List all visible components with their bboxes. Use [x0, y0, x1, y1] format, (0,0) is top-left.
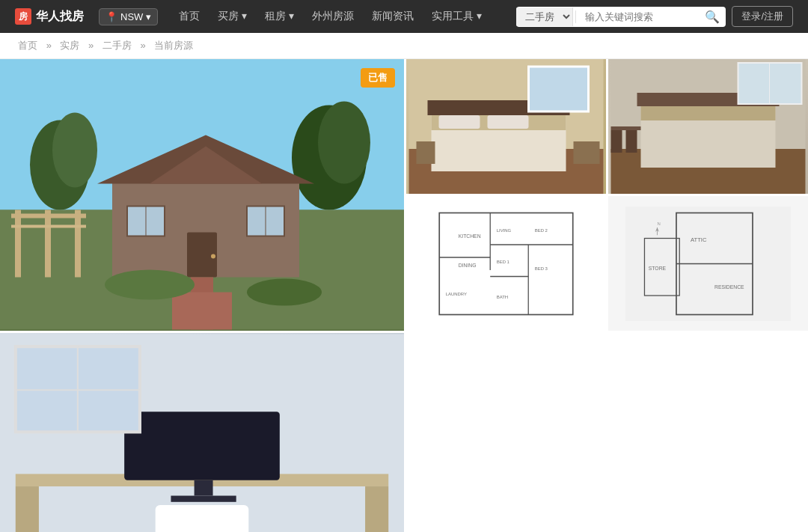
svg-rect-18: [11, 214, 86, 218]
svg-point-23: [247, 279, 322, 306]
svg-rect-76: [171, 495, 236, 501]
study-svg: [0, 333, 404, 532]
login-button[interactable]: 登录/注册: [732, 6, 793, 27]
breadcrumb-category[interactable]: 二手房: [102, 40, 132, 51]
svg-rect-28: [439, 115, 480, 129]
svg-rect-21: [172, 293, 232, 330]
location-pin-icon: 📍: [105, 11, 117, 22]
search-button[interactable]: 🔍: [699, 7, 726, 27]
svg-text:KITCHEN: KITCHEN: [459, 233, 481, 239]
nav-tools[interactable]: 实用工具 ▾: [423, 0, 491, 33]
breadcrumb-home[interactable]: 首页: [18, 40, 37, 51]
navbar: 房 华人找房 📍 NSW ▾ 首页 买房 ▾ 租房 ▾ 外州房源 新闻资讯 实用…: [0, 0, 808, 33]
nav-right: 二手房 │ 🔍 登录/注册: [516, 6, 793, 27]
gallery-floorplan-1[interactable]: KITCHEN DINING LIVING BED 1 BED 2 BED 3 …: [406, 196, 606, 331]
svg-rect-77: [156, 505, 249, 532]
nav-news[interactable]: 新闻资讯: [363, 0, 423, 33]
svg-text:DINING: DINING: [459, 262, 477, 267]
svg-rect-37: [641, 104, 776, 120]
svg-text:STORE: STORE: [649, 266, 667, 271]
search-box: 二手房 │ 🔍: [516, 7, 726, 27]
svg-rect-33: [417, 141, 435, 164]
svg-rect-73: [365, 486, 388, 532]
nav-rent[interactable]: 租房 ▾: [256, 0, 303, 33]
svg-text:BED 2: BED 2: [535, 228, 548, 233]
svg-text:N: N: [658, 221, 661, 226]
svg-rect-41: [611, 126, 641, 130]
house-exterior: [0, 59, 404, 331]
divider-line: │: [573, 10, 580, 22]
breadcrumb: 首页 » 实房 » 二手房 » 当前房源: [0, 33, 808, 59]
breadcrumb-secondhand[interactable]: 实房: [60, 40, 79, 51]
svg-rect-15: [15, 210, 21, 278]
svg-text:RESIDENCE: RESIDENCE: [714, 284, 744, 290]
svg-rect-19: [11, 225, 86, 228]
logo-icon: 房: [15, 8, 31, 25]
floorplan1-svg: KITCHEN DINING LIVING BED 1 BED 2 BED 3 …: [421, 207, 591, 321]
house-svg: [0, 59, 404, 331]
gallery-photo-4[interactable]: 剩余11张 ›: [0, 333, 404, 532]
svg-text:BED 3: BED 3: [535, 266, 548, 271]
svg-rect-42: [611, 130, 622, 153]
svg-text:BED 1: BED 1: [497, 260, 510, 264]
svg-point-10: [211, 254, 215, 259]
svg-rect-29: [488, 115, 529, 129]
svg-rect-75: [195, 480, 213, 496]
floorplan2-svg: ATTIC RESIDENCE STORE N: [623, 207, 793, 321]
svg-rect-72: [16, 486, 39, 532]
sold-badge: 已售: [361, 68, 395, 88]
gallery-main-photo[interactable]: 已售: [0, 59, 404, 331]
bedroom1-svg: [406, 59, 606, 194]
svg-text:LAUNDRY: LAUNDRY: [446, 292, 467, 296]
gallery-photo-2[interactable]: [406, 59, 606, 194]
bedroom2-svg: [608, 59, 808, 194]
nav-links: 首页 买房 ▾ 租房 ▾ 外州房源 新闻资讯 实用工具 ▾: [170, 0, 516, 33]
search-input[interactable]: [579, 8, 699, 25]
location-selector[interactable]: 📍 NSW ▾: [99, 8, 158, 25]
logo-text: 华人找房: [36, 9, 84, 25]
svg-rect-31: [529, 67, 589, 111]
svg-rect-32: [574, 141, 600, 164]
site-logo[interactable]: 房 华人找房: [15, 8, 84, 25]
svg-point-2: [52, 113, 97, 188]
nav-home[interactable]: 首页: [170, 0, 209, 33]
svg-point-22: [105, 270, 195, 300]
svg-text:LIVING: LIVING: [497, 228, 512, 233]
svg-rect-74: [124, 412, 280, 480]
svg-rect-43: [626, 130, 637, 153]
nav-buy[interactable]: 买房 ▾: [209, 0, 256, 33]
search-type-select[interactable]: 二手房: [516, 7, 573, 26]
gallery-floorplan-2[interactable]: ATTIC RESIDENCE STORE N: [608, 196, 808, 331]
svg-text:ATTIC: ATTIC: [691, 236, 707, 242]
breadcrumb-current: 当前房源: [154, 40, 193, 51]
content-wrapper: 已售: [0, 59, 808, 532]
gallery-photo-3[interactable]: [608, 59, 808, 194]
svg-point-4: [318, 102, 370, 184]
svg-rect-16: [45, 210, 51, 278]
svg-text:BATH: BATH: [497, 295, 508, 299]
location-text: NSW ▾: [120, 11, 151, 22]
nav-overseas[interactable]: 外州房源: [303, 0, 363, 33]
svg-rect-17: [75, 210, 81, 278]
photo-gallery: 已售: [0, 59, 808, 532]
